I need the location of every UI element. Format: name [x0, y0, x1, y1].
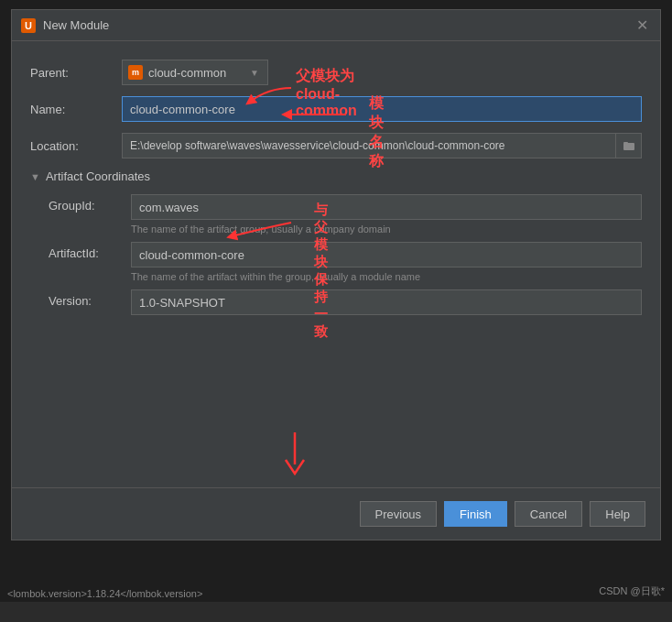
name-row: Name: — [30, 96, 642, 122]
artifactid-input[interactable] — [131, 242, 642, 267]
location-row: Location: — [30, 133, 642, 158]
artifact-form: GroupId: The name of the artifact group,… — [30, 194, 642, 315]
groupid-input[interactable] — [131, 194, 642, 220]
version-label: Version: — [49, 289, 131, 308]
artifact-title: Artifact Coordinates — [46, 169, 150, 183]
svg-rect-1 — [623, 142, 628, 144]
groupid-row: GroupId: — [49, 194, 642, 220]
help-button[interactable]: Help — [590, 501, 645, 527]
parent-dropdown[interactable]: m cloud-common ▼ — [122, 60, 268, 85]
parent-value: cloud-common — [148, 66, 247, 80]
parent-module-icon: m — [128, 65, 143, 80]
status-bar: CSDN @日歌* — [0, 602, 672, 622]
name-input[interactable] — [122, 96, 642, 122]
folder-button[interactable] — [616, 133, 642, 158]
previous-button[interactable]: Previous — [360, 501, 438, 527]
dropdown-arrow-icon: ▼ — [247, 65, 262, 80]
groupid-field-wrap — [131, 194, 642, 220]
version-field-wrap — [131, 289, 642, 315]
artifactid-row: ArtifactId: — [49, 242, 642, 267]
parent-label: Parent: — [30, 66, 122, 80]
finish-button[interactable]: Finish — [444, 501, 507, 527]
dialog-footer: Previous Finish Cancel Help — [12, 487, 660, 540]
dialog-title-icon: U — [21, 18, 36, 33]
artifact-header[interactable]: ▼ Artifact Coordinates — [30, 169, 642, 183]
close-button[interactable]: ✕ — [633, 16, 651, 35]
folder-icon — [623, 139, 635, 152]
groupid-hint: The name of the artifact group, usually … — [49, 224, 642, 235]
groupid-label: GroupId: — [49, 194, 131, 213]
artifactid-field-wrap — [131, 242, 642, 267]
version-input[interactable] — [131, 289, 642, 315]
version-row: Version: — [49, 289, 642, 315]
bottom-code-text: <lombok.version>1.18.24</lombok.version> — [0, 585, 672, 602]
name-label: Name: — [30, 103, 122, 116]
artifact-section: ▼ Artifact Coordinates GroupId: The name… — [30, 169, 642, 315]
svg-rect-0 — [623, 143, 634, 150]
dialog-title: New Module — [43, 18, 633, 32]
parent-row: Parent: m cloud-common ▼ — [30, 60, 642, 85]
dialog-overlay: U New Module ✕ Parent: m cloud-common ▼ — [0, 0, 672, 622]
cancel-button[interactable]: Cancel — [515, 501, 582, 527]
location-label: Location: — [30, 139, 122, 153]
finish-arrow-svg — [281, 432, 309, 478]
dialog-titlebar: U New Module ✕ — [12, 10, 660, 41]
artifactid-label: ArtifactId: — [49, 242, 131, 260]
watermark: CSDN @日歌* — [599, 584, 665, 598]
artifactid-hint: The name of the artifact within the grou… — [49, 271, 642, 282]
location-input-wrap — [122, 133, 642, 158]
dialog-content: Parent: m cloud-common ▼ Name: Location: — [12, 41, 660, 487]
collapse-arrow-icon: ▼ — [30, 171, 40, 182]
new-module-dialog: U New Module ✕ Parent: m cloud-common ▼ — [11, 9, 661, 540]
location-input[interactable] — [122, 133, 616, 158]
